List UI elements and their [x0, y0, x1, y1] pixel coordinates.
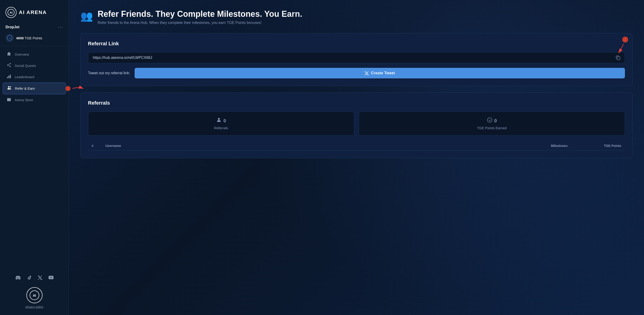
- tweet-label: Tweet out my referral link:: [88, 71, 130, 75]
- tge-points-earned-box: AI 0 TGE Points Earned: [359, 112, 625, 136]
- tge-points-row: AI 4000 TGE Points: [0, 33, 69, 46]
- sidebar-item-refer-earn-label: Refer & Earn: [15, 87, 35, 90]
- table-header-milestones: Milestones: [536, 144, 582, 148]
- svg-rect-9: [7, 77, 8, 78]
- svg-text:AI: AI: [489, 119, 490, 121]
- tiktok-icon[interactable]: [26, 274, 32, 281]
- sidebar-item-arena-store-label: Arena Store: [15, 98, 33, 102]
- header-friends-icon: 👥: [80, 10, 93, 22]
- svg-rect-20: [617, 57, 620, 60]
- sidebar-bottom-logo: AI privacy policy: [0, 284, 69, 310]
- svg-rect-16: [8, 100, 10, 101]
- create-tweet-button[interactable]: Create Tweet: [134, 68, 625, 78]
- store-icon: [6, 97, 12, 103]
- referrals-icon-row: 0: [216, 117, 226, 124]
- referrals-card-title: Referrals: [88, 100, 625, 106]
- app-name: AI ARENA: [19, 10, 47, 16]
- page-subtitle: Refer friends to the Arena Hub. When the…: [98, 21, 302, 25]
- robot-icon: AI: [487, 117, 492, 124]
- svg-text:AI: AI: [33, 294, 36, 297]
- discord-icon[interactable]: [15, 274, 21, 281]
- referrals-card: Referrals 0 Referrals: [80, 92, 632, 158]
- sidebar-item-arena-store[interactable]: Arena Store: [3, 94, 66, 106]
- home-icon: [6, 52, 12, 57]
- copy-link-button[interactable]: [612, 52, 625, 63]
- share-icon: [6, 63, 12, 69]
- svg-point-6: [10, 66, 11, 67]
- social-icons-row: [0, 271, 69, 284]
- person-icon: [216, 117, 222, 124]
- tge-icon-row: AI 0: [487, 117, 497, 124]
- table-header-username: Username: [106, 144, 532, 148]
- users-icon: [7, 86, 12, 91]
- svg-point-5: [7, 65, 8, 66]
- sidebar-item-social-quests[interactable]: Social Quests: [3, 60, 66, 71]
- sidebar-nav: Overview Social Quests: [0, 49, 69, 271]
- table-header-tge-points: TGE Points: [587, 144, 621, 148]
- sidebar-item-refer-earn[interactable]: Refer & Earn 1: [3, 83, 66, 94]
- svg-line-8: [8, 65, 10, 66]
- referrals-count-box: 0 Referrals: [88, 112, 354, 136]
- main-content: 👥 Refer Friends. They Complete Milestone…: [69, 0, 644, 315]
- referrals-stats: 0 Referrals AI 0 TGE Points Earned: [88, 112, 625, 136]
- svg-point-12: [8, 86, 10, 88]
- tge-avatar-icon: AI: [6, 34, 14, 42]
- tge-points-display: 4000 TGE Points: [16, 36, 42, 40]
- tge-earned-count: 0: [494, 118, 497, 123]
- svg-point-13: [10, 87, 11, 88]
- svg-point-4: [10, 63, 11, 64]
- user-menu-button[interactable]: ···: [58, 24, 63, 30]
- table-header-num: #: [92, 144, 101, 148]
- svg-text:AI: AI: [10, 11, 12, 14]
- create-tweet-label: Create Tweet: [371, 71, 395, 75]
- logo-area: AI AI ARENA: [0, 5, 69, 23]
- sidebar-item-overview-label: Overview: [15, 53, 29, 56]
- tweet-row: Tweet out my referral link: Create Tweet: [88, 68, 625, 78]
- logo-icon: AI: [6, 7, 16, 18]
- bottom-logo-icon: AI: [26, 287, 42, 303]
- referral-link-row: [88, 52, 625, 63]
- tge-earned-label: TGE Points Earned: [477, 126, 507, 130]
- svg-line-7: [8, 64, 10, 65]
- sidebar: AI AI ARENA DropJet ··· AI 4000 TGE Poin…: [0, 0, 69, 315]
- referrals-count: 0: [224, 118, 226, 123]
- privacy-policy-link[interactable]: privacy policy: [25, 305, 43, 308]
- referral-link-input[interactable]: [88, 52, 612, 63]
- referral-link-card: 2 Referral Link Tweet out my r: [80, 33, 632, 86]
- svg-rect-10: [8, 76, 10, 78]
- bar-chart-icon: [6, 74, 12, 80]
- referral-link-title: Referral Link: [88, 41, 625, 47]
- sidebar-item-overview[interactable]: Overview: [3, 49, 66, 60]
- youtube-icon[interactable]: [48, 274, 54, 281]
- sidebar-item-leaderboard[interactable]: Leaderboard: [3, 71, 66, 83]
- referrals-label: Referrals: [214, 126, 228, 130]
- svg-rect-11: [10, 75, 11, 78]
- svg-point-21: [218, 118, 220, 120]
- username: DropJet: [6, 25, 19, 29]
- page-title: Refer Friends. They Complete Milestones.…: [98, 9, 302, 19]
- sidebar-item-leaderboard-label: Leaderboard: [15, 75, 34, 79]
- sidebar-item-social-quests-label: Social Quests: [15, 64, 36, 68]
- x-twitter-icon[interactable]: [37, 274, 43, 281]
- referrals-table-header: # Username Milestones TGE Points: [88, 141, 625, 151]
- page-header: 👥 Refer Friends. They Complete Milestone…: [80, 9, 632, 25]
- user-row: DropJet ···: [0, 23, 69, 32]
- header-text-block: Refer Friends. They Complete Milestones.…: [98, 9, 302, 25]
- svg-text:AI: AI: [9, 37, 11, 39]
